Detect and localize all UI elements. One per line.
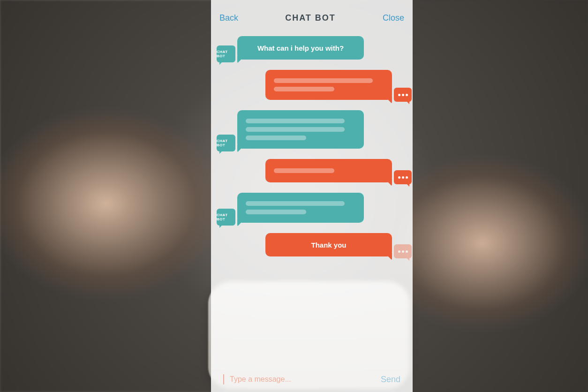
message-text: Thank you	[274, 241, 384, 249]
placeholder-line	[246, 201, 345, 206]
bot-avatar-icon: CHAT BOT	[217, 209, 235, 226]
bot-message: What can i help you with?CHAT BOT	[237, 36, 392, 60]
typing-indicator-icon	[394, 88, 412, 102]
message-bubble: Thank you	[265, 233, 392, 256]
back-button[interactable]: Back	[219, 13, 238, 23]
message-bubble	[265, 70, 392, 100]
placeholder-line	[274, 87, 334, 91]
message-text: What can i help you with?	[246, 44, 355, 52]
bot-avatar-icon: CHAT BOT	[217, 45, 235, 62]
bot-message: CHAT BOT	[237, 110, 392, 149]
message-input[interactable]: Type a message...	[230, 375, 375, 384]
message-bubble: CHAT BOT	[237, 110, 364, 149]
placeholder-line	[246, 119, 345, 123]
input-cursor-icon	[223, 374, 224, 384]
placeholder-line	[274, 78, 373, 83]
typing-indicator-icon	[394, 244, 412, 258]
send-button[interactable]: Send	[381, 375, 400, 384]
message-bubble	[265, 159, 392, 182]
placeholder-line	[246, 127, 345, 132]
message-bubble: What can i help you with?CHAT BOT	[237, 36, 364, 60]
typing-indicator-icon	[394, 170, 412, 184]
user-message: Thank you	[237, 233, 392, 256]
placeholder-line	[246, 136, 306, 140]
close-button[interactable]: Close	[383, 13, 404, 23]
bot-avatar-icon: CHAT BOT	[217, 135, 235, 151]
chat-title: CHAT BOT	[285, 13, 336, 23]
message-input-bar: Type a message... Send	[219, 369, 404, 384]
user-message	[237, 70, 392, 100]
chat-header: Back CHAT BOT Close	[219, 13, 404, 23]
placeholder-line	[274, 168, 334, 173]
messages-list: What can i help you with?CHAT BOTCHAT BO…	[219, 36, 404, 369]
message-bubble: CHAT BOT	[237, 193, 364, 223]
bot-message: CHAT BOT	[237, 193, 392, 223]
placeholder-line	[246, 210, 306, 214]
chat-panel: Back CHAT BOT Close What can i help you …	[211, 0, 413, 392]
user-message	[237, 159, 392, 182]
